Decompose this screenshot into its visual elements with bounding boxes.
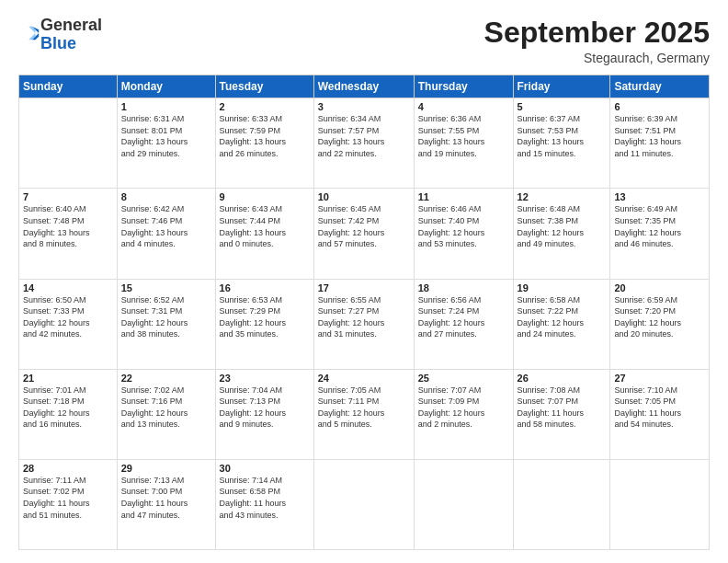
calendar-day-cell: 28Sunrise: 7:11 AM Sunset: 7:02 PM Dayli…: [19, 459, 118, 549]
calendar-day-cell: [610, 459, 710, 549]
calendar-table: SundayMondayTuesdayWednesdayThursdayFrid…: [18, 75, 710, 550]
day-number: 26: [518, 373, 607, 384]
calendar-day-cell: 25Sunrise: 7:07 AM Sunset: 7:09 PM Dayli…: [414, 369, 513, 459]
day-number: 14: [23, 282, 113, 293]
day-info: Sunrise: 6:45 AM Sunset: 7:42 PM Dayligh…: [318, 203, 410, 249]
calendar-header-saturday: Saturday: [610, 75, 710, 98]
day-info: Sunrise: 7:10 AM Sunset: 7:05 PM Dayligh…: [614, 385, 705, 431]
day-number: 13: [614, 191, 705, 202]
calendar-day-cell: 7Sunrise: 6:40 AM Sunset: 7:48 PM Daylig…: [19, 189, 118, 279]
calendar-day-cell: 29Sunrise: 7:13 AM Sunset: 7:00 PM Dayli…: [117, 459, 215, 549]
calendar-header-wednesday: Wednesday: [313, 75, 414, 98]
day-number: 28: [23, 463, 113, 474]
calendar-day-cell: [414, 459, 513, 549]
day-info: Sunrise: 6:36 AM Sunset: 7:55 PM Dayligh…: [418, 113, 509, 159]
day-number: 4: [418, 101, 509, 112]
day-info: Sunrise: 6:39 AM Sunset: 7:51 PM Dayligh…: [614, 113, 705, 159]
day-info: Sunrise: 6:49 AM Sunset: 7:35 PM Dayligh…: [614, 203, 705, 249]
day-number: 6: [614, 101, 705, 112]
calendar-day-cell: 2Sunrise: 6:33 AM Sunset: 7:59 PM Daylig…: [215, 98, 313, 189]
day-info: Sunrise: 7:04 AM Sunset: 7:13 PM Dayligh…: [220, 385, 310, 431]
calendar-day-cell: 11Sunrise: 6:46 AM Sunset: 7:40 PM Dayli…: [414, 189, 513, 279]
day-info: Sunrise: 6:50 AM Sunset: 7:33 PM Dayligh…: [23, 294, 113, 340]
day-number: 15: [121, 282, 211, 293]
day-number: 11: [418, 191, 509, 202]
calendar-week-row: 14Sunrise: 6:50 AM Sunset: 7:33 PM Dayli…: [19, 279, 710, 369]
day-number: 9: [220, 191, 310, 202]
day-info: Sunrise: 6:46 AM Sunset: 7:40 PM Dayligh…: [418, 203, 509, 249]
day-info: Sunrise: 7:02 AM Sunset: 7:16 PM Dayligh…: [121, 385, 211, 431]
title-block: September 2025 Stegaurach, Germany: [484, 17, 710, 65]
day-number: 12: [518, 191, 607, 202]
calendar-day-cell: 20Sunrise: 6:59 AM Sunset: 7:20 PM Dayli…: [610, 279, 710, 369]
day-number: 19: [518, 282, 607, 293]
calendar-day-cell: 17Sunrise: 6:55 AM Sunset: 7:27 PM Dayli…: [313, 279, 414, 369]
day-number: 18: [418, 282, 509, 293]
day-number: 29: [121, 463, 211, 474]
logo-general-text: General: [40, 16, 102, 34]
calendar-day-cell: 30Sunrise: 7:14 AM Sunset: 6:58 PM Dayli…: [215, 459, 313, 549]
day-info: Sunrise: 6:40 AM Sunset: 7:48 PM Dayligh…: [23, 203, 113, 249]
calendar-header-sunday: Sunday: [19, 75, 118, 98]
day-number: 20: [614, 282, 705, 293]
day-number: 27: [614, 373, 705, 384]
day-info: Sunrise: 7:11 AM Sunset: 7:02 PM Dayligh…: [23, 475, 113, 521]
day-number: 23: [220, 373, 310, 384]
day-number: 8: [121, 191, 211, 202]
day-number: 22: [121, 373, 211, 384]
day-info: Sunrise: 6:55 AM Sunset: 7:27 PM Dayligh…: [318, 294, 410, 340]
calendar-day-cell: 13Sunrise: 6:49 AM Sunset: 7:35 PM Dayli…: [610, 189, 710, 279]
calendar-day-cell: [19, 98, 118, 189]
day-info: Sunrise: 7:01 AM Sunset: 7:18 PM Dayligh…: [23, 385, 113, 431]
calendar-day-cell: 16Sunrise: 6:53 AM Sunset: 7:29 PM Dayli…: [215, 279, 313, 369]
calendar-day-cell: 18Sunrise: 6:56 AM Sunset: 7:24 PM Dayli…: [414, 279, 513, 369]
calendar-day-cell: 3Sunrise: 6:34 AM Sunset: 7:57 PM Daylig…: [313, 98, 414, 189]
day-info: Sunrise: 6:34 AM Sunset: 7:57 PM Dayligh…: [318, 113, 410, 159]
calendar-day-cell: 24Sunrise: 7:05 AM Sunset: 7:11 PM Dayli…: [313, 369, 414, 459]
calendar-day-cell: 9Sunrise: 6:43 AM Sunset: 7:44 PM Daylig…: [215, 189, 313, 279]
calendar-header-row: SundayMondayTuesdayWednesdayThursdayFrid…: [19, 75, 710, 98]
day-info: Sunrise: 6:58 AM Sunset: 7:22 PM Dayligh…: [518, 294, 607, 340]
day-info: Sunrise: 6:53 AM Sunset: 7:29 PM Dayligh…: [220, 294, 310, 340]
calendar-day-cell: 22Sunrise: 7:02 AM Sunset: 7:16 PM Dayli…: [117, 369, 215, 459]
day-number: 5: [518, 101, 607, 112]
day-number: 7: [23, 191, 113, 202]
day-number: 2: [220, 101, 310, 112]
day-info: Sunrise: 7:14 AM Sunset: 6:58 PM Dayligh…: [220, 475, 310, 521]
day-info: Sunrise: 6:48 AM Sunset: 7:38 PM Dayligh…: [518, 203, 607, 249]
month-title: September 2025: [484, 17, 710, 49]
day-number: 1: [121, 101, 211, 112]
calendar-day-cell: 15Sunrise: 6:52 AM Sunset: 7:31 PM Dayli…: [117, 279, 215, 369]
calendar-day-cell: [313, 459, 414, 549]
calendar-day-cell: [513, 459, 610, 549]
day-info: Sunrise: 7:08 AM Sunset: 7:07 PM Dayligh…: [518, 385, 607, 431]
calendar-day-cell: 4Sunrise: 6:36 AM Sunset: 7:55 PM Daylig…: [414, 98, 513, 189]
page-header: General Blue September 2025 Stegaurach, …: [18, 17, 710, 65]
calendar-day-cell: 19Sunrise: 6:58 AM Sunset: 7:22 PM Dayli…: [513, 279, 610, 369]
calendar-day-cell: 14Sunrise: 6:50 AM Sunset: 7:33 PM Dayli…: [19, 279, 118, 369]
calendar-week-row: 21Sunrise: 7:01 AM Sunset: 7:18 PM Dayli…: [19, 369, 710, 459]
day-info: Sunrise: 6:59 AM Sunset: 7:20 PM Dayligh…: [614, 294, 705, 340]
calendar-day-cell: 26Sunrise: 7:08 AM Sunset: 7:07 PM Dayli…: [513, 369, 610, 459]
day-info: Sunrise: 6:52 AM Sunset: 7:31 PM Dayligh…: [121, 294, 211, 340]
day-info: Sunrise: 7:05 AM Sunset: 7:11 PM Dayligh…: [318, 385, 410, 431]
day-info: Sunrise: 7:13 AM Sunset: 7:00 PM Dayligh…: [121, 475, 211, 521]
calendar-day-cell: 21Sunrise: 7:01 AM Sunset: 7:18 PM Dayli…: [19, 369, 118, 459]
day-number: 24: [318, 373, 410, 384]
day-info: Sunrise: 6:37 AM Sunset: 7:53 PM Dayligh…: [518, 113, 607, 159]
calendar-day-cell: 8Sunrise: 6:42 AM Sunset: 7:46 PM Daylig…: [117, 189, 215, 279]
day-info: Sunrise: 6:42 AM Sunset: 7:46 PM Dayligh…: [121, 203, 211, 249]
calendar-header-thursday: Thursday: [414, 75, 513, 98]
calendar-day-cell: 10Sunrise: 6:45 AM Sunset: 7:42 PM Dayli…: [313, 189, 414, 279]
calendar-day-cell: 6Sunrise: 6:39 AM Sunset: 7:51 PM Daylig…: [610, 98, 710, 189]
calendar-day-cell: 12Sunrise: 6:48 AM Sunset: 7:38 PM Dayli…: [513, 189, 610, 279]
day-number: 21: [23, 373, 113, 384]
day-info: Sunrise: 7:07 AM Sunset: 7:09 PM Dayligh…: [418, 385, 509, 431]
calendar-week-row: 1Sunrise: 6:31 AM Sunset: 8:01 PM Daylig…: [19, 98, 710, 189]
logo-icon: [20, 23, 40, 43]
day-number: 10: [318, 191, 410, 202]
calendar-day-cell: 1Sunrise: 6:31 AM Sunset: 8:01 PM Daylig…: [117, 98, 215, 189]
calendar-day-cell: 23Sunrise: 7:04 AM Sunset: 7:13 PM Dayli…: [215, 369, 313, 459]
day-info: Sunrise: 6:56 AM Sunset: 7:24 PM Dayligh…: [418, 294, 509, 340]
day-number: 3: [318, 101, 410, 112]
